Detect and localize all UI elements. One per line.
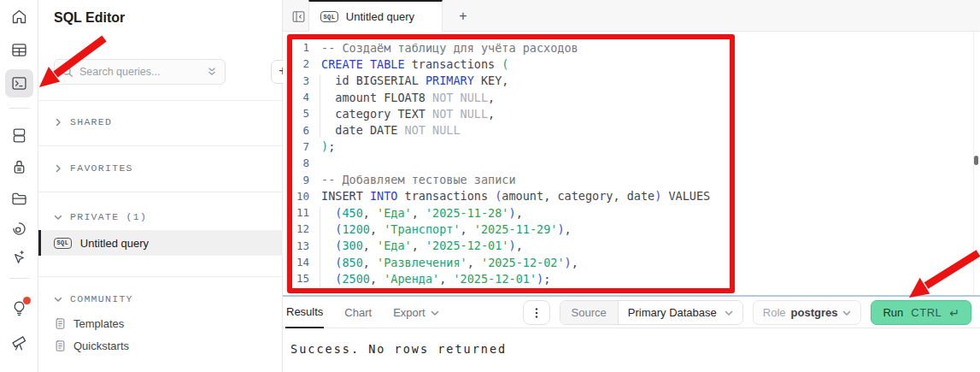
results-panel: Results Chart Export Source Primary Data…	[283, 297, 980, 372]
page-title: SQL Editor	[54, 10, 125, 26]
telescope-icon[interactable]	[5, 328, 33, 357]
run-controls: Source Primary Database Role postgres Ru…	[523, 300, 971, 325]
auth-lock-icon[interactable]	[5, 153, 33, 181]
code-line[interactable]: 8	[283, 155, 973, 171]
database-select[interactable]: Primary Database	[619, 301, 742, 324]
code-line[interactable]: 15 (2500, 'Аренда', '2025-12-01');	[283, 270, 973, 286]
search-queries-box[interactable]	[54, 59, 226, 85]
sql-badge-icon: SQL	[54, 238, 72, 249]
section-favorites[interactable]: FAVORITES	[54, 162, 133, 174]
more-options-button[interactable]	[523, 300, 550, 325]
sidebar-item-quickstarts[interactable]: Quickstarts	[54, 340, 129, 352]
line-number: 11	[283, 206, 309, 219]
line-number: 12	[283, 222, 309, 235]
source-label: Source	[560, 301, 619, 324]
chevron-right-icon	[54, 118, 62, 127]
sql-editor-icon[interactable]	[5, 69, 33, 97]
search-icon	[62, 66, 73, 78]
chevron-down-icon	[842, 309, 851, 317]
code-line[interactable]: 6 date DATE NOT NULL	[283, 121, 973, 138]
line-number: 4	[283, 91, 309, 103]
collapse-sidebar-icon[interactable]	[290, 8, 307, 25]
source-selector: Source Primary Database	[560, 300, 743, 325]
role-select[interactable]: Role postgres	[753, 300, 862, 325]
chevron-down-icon	[54, 213, 62, 221]
rail-divider	[9, 278, 29, 279]
line-number: 8	[283, 156, 309, 169]
line-number: 2	[283, 57, 309, 70]
chevron-down-icon	[431, 309, 439, 317]
line-number: 7	[283, 140, 309, 153]
code-lines: 1-- Создаём таблицу для учёта расходов2C…	[283, 39, 973, 286]
tab-untitled-query[interactable]: SQL Untitled query	[308, 0, 443, 32]
code-line[interactable]: 5 category TEXT NOT NULL,	[283, 105, 973, 121]
code-line[interactable]: 13 (300, 'Еда', '2025-12-01'),	[283, 238, 973, 254]
line-number: 13	[283, 239, 309, 252]
code-line[interactable]: 11 (450, 'Еда', '2025-11-28'),	[283, 204, 973, 221]
code-line[interactable]: 10INSERT INTO transactions (amount, cate…	[283, 188, 973, 204]
results-tabs: Results Chart Export	[285, 297, 440, 328]
divider	[38, 100, 283, 101]
tab-chart[interactable]: Chart	[343, 297, 373, 328]
divider	[38, 145, 283, 146]
chevron-down-icon	[54, 295, 62, 304]
code-line[interactable]: 1-- Создаём таблицу для учёта расходов	[283, 39, 973, 56]
notifications-bulb-icon[interactable]	[5, 294, 33, 322]
line-number: 5	[283, 107, 309, 120]
sql-badge-icon: SQL	[320, 11, 338, 22]
advisors-icon[interactable]	[5, 244, 33, 272]
notification-badge	[23, 297, 31, 304]
table-editor-icon[interactable]	[5, 36, 33, 64]
section-shared[interactable]: SHARED	[54, 116, 112, 127]
collapse-all-icon[interactable]	[206, 66, 218, 78]
code-line[interactable]: 14 (850, 'Развлечения', '2025-12-02'),	[283, 254, 973, 270]
line-number: 15	[283, 272, 309, 285]
line-number: 6	[283, 124, 309, 137]
sidebar-item-templates[interactable]: Templates	[54, 317, 124, 330]
document-icon	[54, 340, 67, 352]
code-line[interactable]: 4 amount FLOAT8 NOT NULL,	[283, 89, 973, 105]
line-number: 9	[283, 174, 309, 186]
database-icon[interactable]	[5, 121, 33, 150]
sql-code-editor[interactable]: 1-- Создаём таблицу для учёта расходов2C…	[283, 32, 973, 295]
line-number: 3	[283, 74, 309, 87]
editor-tab-bar: SQL Untitled query +	[283, 0, 980, 32]
search-queries-input[interactable]	[79, 66, 206, 78]
code-line[interactable]: 2CREATE TABLE transactions (	[283, 56, 973, 72]
run-button[interactable]: Run CTRL ↵	[871, 300, 971, 325]
query-sidebar: SQL Editor + SHARED FAVORITES PRIVATE (1…	[38, 0, 283, 372]
chevron-down-icon	[725, 309, 733, 317]
code-line[interactable]: 3 id BIGSERIAL PRIMARY KEY,	[283, 73, 973, 89]
storage-folder-icon[interactable]	[5, 185, 33, 213]
dots-vertical-icon	[531, 307, 543, 319]
rail-divider	[9, 108, 29, 109]
line-number: 1	[283, 41, 309, 54]
code-line[interactable]: 12 (1200, 'Транспорт', '2025-11-29'),	[283, 221, 973, 237]
line-number: 14	[283, 256, 309, 269]
divider	[38, 192, 283, 192]
new-tab-button[interactable]: +	[454, 7, 472, 26]
query-list-item-selected[interactable]: SQL Untitled query	[38, 230, 283, 256]
logs-icon[interactable]	[5, 360, 33, 372]
code-line[interactable]: 7);	[283, 139, 973, 155]
chevron-right-icon	[54, 164, 62, 173]
sql-editor-page: SQL Editor + SHARED FAVORITES PRIVATE (1…	[0, 0, 980, 372]
line-number: 10	[283, 190, 309, 203]
divider	[38, 276, 283, 277]
section-community[interactable]: COMMUNITY	[54, 293, 133, 304]
home-icon[interactable]	[5, 3, 33, 31]
editor-scrollbar-thumb[interactable]	[974, 156, 978, 165]
document-icon	[54, 317, 67, 330]
tab-export[interactable]: Export	[392, 297, 440, 328]
enter-key-icon: ↵	[949, 306, 959, 320]
query-status-message: Success. No rows returned	[290, 342, 507, 356]
tab-results[interactable]: Results	[285, 297, 324, 328]
icon-rail	[0, 0, 38, 372]
realtime-icon[interactable]	[5, 215, 33, 243]
indent-guide	[320, 207, 320, 286]
indent-guide	[320, 74, 320, 138]
section-private[interactable]: PRIVATE (1)	[54, 211, 147, 222]
code-line[interactable]: 9-- Добавляем тестовые записи	[283, 171, 973, 187]
